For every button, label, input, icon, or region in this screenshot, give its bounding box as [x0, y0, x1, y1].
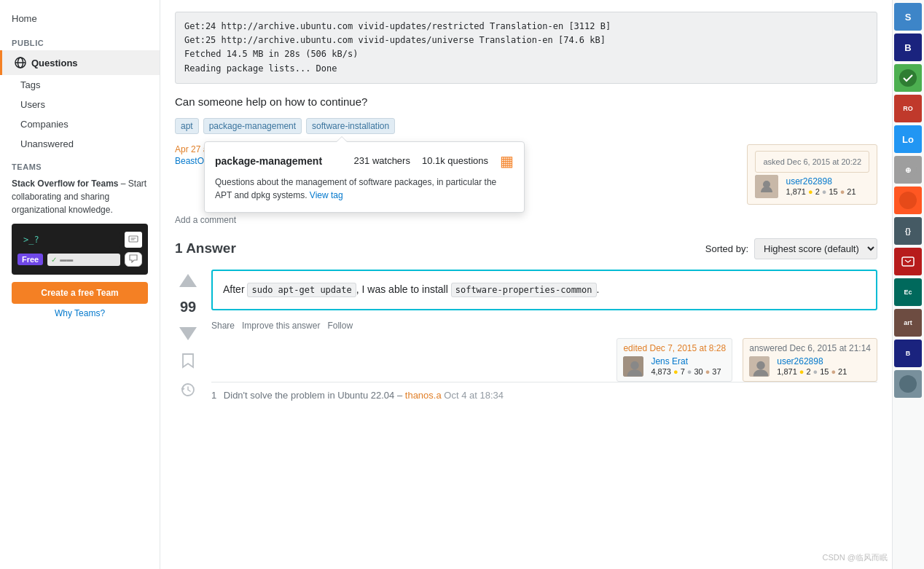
sort-select-area: Sorted by: Highest score (default) [705, 238, 877, 259]
share-link[interactable]: Share [211, 321, 235, 331]
code-block: Get:24 http://archive.ubuntu.com vivid-u… [175, 12, 877, 84]
answer-text-after: . [597, 283, 600, 295]
rs-item-earth[interactable] [894, 370, 922, 398]
code-line-3: Fetched 14.5 MB in 28s (506 kB/s) [184, 47, 868, 61]
rs-item-blue3[interactable]: B [894, 340, 922, 367]
bookmark-button[interactable] [175, 348, 201, 374]
asked-username[interactable]: user262898 [786, 176, 856, 187]
tag-apt[interactable]: apt [175, 118, 199, 134]
svg-point-5 [763, 181, 770, 188]
teams-image: >_? Free ✓ ▬▬ [12, 224, 148, 275]
create-team-button[interactable]: Create a free Team [12, 282, 148, 304]
right-sidebar: S B RO Lo ⊕ {} Ec art B [892, 0, 924, 569]
asked-avatar [755, 175, 778, 198]
svg-rect-3 [129, 236, 138, 242]
edit-avatar [623, 356, 643, 377]
edit-rep: 4,873 ●7 ●30 ●37 [651, 367, 721, 376]
free-badge: Free [17, 254, 43, 265]
answer-text-middle: , I was able to install [356, 283, 451, 295]
follow-link[interactable]: Follow [327, 321, 353, 331]
watermark: CSDN @临风而眠 [823, 552, 888, 563]
answered-rep: 1,871 ●2 ●15 ●21 [777, 367, 847, 376]
upvote-button[interactable] [175, 270, 201, 296]
rs-item-s[interactable]: S [894, 3, 922, 31]
main-content: Get:24 http://archive.ubuntu.com vivid-u… [160, 0, 892, 569]
asked-label: asked Dec 6, 2015 at 20:22 [755, 151, 869, 173]
code-software-properties: software-properties-common [451, 283, 597, 297]
rs-item-red2[interactable] [894, 248, 922, 275]
code-line-4: Reading package lists... Done [184, 62, 868, 76]
rs-item-lo[interactable]: Lo [894, 125, 922, 153]
question-text: Can someone help on how to continue? [175, 95, 877, 108]
teams-section: TEAMS Stack Overflow for Teams – Start c… [0, 154, 160, 327]
rs-item-green[interactable] [894, 64, 922, 92]
edit-date: edited Dec 7, 2015 at 8:28 [623, 343, 726, 353]
answered-label: answered Dec 6, 2015 at 21:14 [749, 343, 871, 353]
view-tag-link[interactable]: View tag [310, 190, 343, 200]
svg-point-16 [899, 375, 917, 393]
answer-actions: Share Improve this answer Follow [211, 321, 877, 331]
answer-layout: 99 After sudo apt-get update, I was able… [175, 270, 877, 403]
tooltip-title: package-management [215, 155, 322, 167]
sidebar-item-companies[interactable]: Companies [0, 114, 160, 134]
rss-icon[interactable]: ▦ [500, 152, 514, 170]
tooltip-watchers: 231 watchers [354, 155, 410, 166]
rs-item-b[interactable]: B [894, 34, 922, 61]
teams-promo-bold: Stack Overflow for Teams [12, 178, 119, 189]
tooltip-description: Questions about the management of softwa… [215, 176, 514, 202]
sidebar-item-tags[interactable]: Tags [0, 75, 160, 95]
improve-link[interactable]: Improve this answer [242, 321, 320, 331]
rs-item-teal[interactable]: Ec [894, 278, 922, 306]
add-comment[interactable]: Add a comment [175, 215, 877, 225]
svg-point-10 [757, 361, 765, 369]
asked-rep: 1,871 ●2 ●15 ●21 [786, 187, 856, 196]
rs-item-orange[interactable] [894, 187, 922, 214]
rs-item-dark[interactable]: {} [894, 217, 922, 245]
sidebar-item-users[interactable]: Users [0, 95, 160, 114]
history-button[interactable] [175, 377, 201, 403]
rs-item-gray[interactable]: ⊕ [894, 156, 922, 184]
sidebar-item-questions[interactable]: Questions [0, 50, 160, 75]
asked-box: asked Dec 6, 2015 at 20:22 user262898 1,… [747, 144, 877, 205]
answer-user-area: edited Dec 7, 2015 at 8:28 Jens Erat 4,8… [211, 338, 877, 382]
edit-username[interactable]: Jens Erat [651, 356, 721, 366]
answer-text: After sudo apt-get update, I was able to… [223, 281, 866, 299]
answer-title: 1 Answer [175, 240, 236, 256]
svg-point-14 [899, 192, 917, 209]
edit-box: edited Dec 7, 2015 at 8:28 Jens Erat 4,8… [616, 338, 732, 382]
comment-number: 1 [211, 390, 216, 401]
tag-package-management[interactable]: package-management [203, 118, 302, 134]
why-teams-link[interactable]: Why Teams? [12, 308, 148, 318]
rs-item-ro[interactable]: RO [894, 95, 922, 122]
vote-count: 99 [180, 299, 196, 315]
tag-software-installation[interactable]: software-installation [306, 118, 395, 134]
answered-box: answered Dec 6, 2015 at 21:14 user262898… [743, 338, 877, 382]
answered-username[interactable]: user262898 [777, 356, 847, 366]
sidebar-item-unanswered[interactable]: Unanswered [0, 134, 160, 154]
code-line-1: Get:24 http://archive.ubuntu.com vivid-u… [184, 20, 868, 34]
teams-label: TEAMS [12, 162, 148, 171]
globe-icon [14, 56, 27, 69]
comment-time: Oct 4 at 18:34 [444, 390, 504, 401]
svg-point-8 [631, 361, 639, 369]
sidebar-item-home[interactable]: Home [0, 7, 160, 30]
code-line-2: Get:25 http://archive.ubuntu.com vivid-u… [184, 34, 868, 47]
comment-user-link[interactable]: thanos.a [405, 390, 442, 401]
answer-content: After sudo apt-get update, I was able to… [211, 270, 877, 403]
rs-item-art[interactable]: art [894, 309, 922, 337]
answered-avatar [749, 356, 770, 377]
sidebar: Home PUBLIC Questions Tags Users Compani… [0, 0, 160, 569]
comment-area: 1 Didn't solve the problem in Ubuntu 22.… [211, 382, 877, 401]
tags-area: apt package-management software-installa… [175, 118, 877, 134]
downvote-button[interactable] [175, 318, 201, 345]
tag-tooltip: package-management 231 watchers 10.1k qu… [204, 141, 525, 213]
sort-dropdown[interactable]: Highest score (default) [754, 238, 877, 259]
questions-label: Questions [31, 58, 78, 68]
public-section-label: PUBLIC [0, 30, 160, 50]
svg-point-11 [899, 69, 917, 87]
code-apt-get: sudo apt-get update [247, 283, 356, 297]
answer-header: 1 Answer Sorted by: Highest score (defau… [175, 238, 877, 259]
svg-text:⊕: ⊕ [905, 166, 911, 174]
tooltip-questions: 10.1k questions [422, 155, 488, 166]
answer-box: After sudo apt-get update, I was able to… [211, 270, 877, 310]
